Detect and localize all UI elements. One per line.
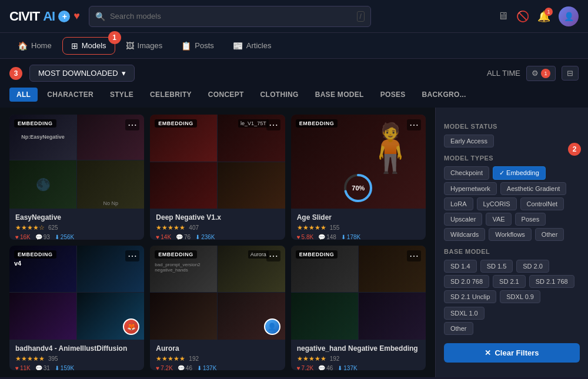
eye-slash-icon[interactable]: 🚫 bbox=[516, 10, 529, 23]
bell-icon[interactable]: 🔔 1 bbox=[537, 10, 550, 23]
filter-panel: 2 Model status Early Access Model types … bbox=[435, 108, 588, 377]
chip-sd21-768[interactable]: SD 2.1 768 bbox=[529, 275, 574, 288]
chip-wildcards[interactable]: Wildcards bbox=[444, 228, 485, 241]
base-model-section-title: Base model bbox=[444, 248, 580, 255]
tab-concept[interactable]: CONCEPT bbox=[201, 88, 251, 102]
chip-hypernetwork[interactable]: Hypernetwork bbox=[444, 182, 497, 195]
chip-sdxl10[interactable]: SDXL 1.0 bbox=[444, 307, 485, 320]
nav-models-label: Models bbox=[82, 41, 106, 50]
chip-other-base[interactable]: Other bbox=[444, 322, 473, 335]
card-easy-negative-rating-count: 625 bbox=[48, 224, 58, 231]
tab-style[interactable]: STYLE bbox=[103, 88, 141, 102]
model-grid: EMBEDDING ⋯ Np:EasyNegative 🌑 No Np Easy… bbox=[0, 108, 435, 377]
filter-icon: ⚙ bbox=[532, 69, 539, 78]
sort-button[interactable]: MOST DOWNLOADED ▾ bbox=[29, 65, 135, 82]
heart-stat-bad: ♥ 11K bbox=[15, 365, 31, 371]
card-age-slider[interactable]: EMBEDDING ⋯ 70% 🧍 Age Slider ★★★★★ 155 bbox=[291, 115, 426, 240]
card-aurora[interactable]: EMBEDDING Aurora ⋯ bad_prompt_version2 n… bbox=[150, 246, 285, 371]
card-easy-negative[interactable]: EMBEDDING ⋯ Np:EasyNegative 🌑 No Np Easy… bbox=[9, 115, 144, 240]
heart-stat-deep: ♥ 14K bbox=[156, 234, 171, 240]
card-easy-negative-stats: ♥ 16K 💬 93 ⬇ 256K bbox=[15, 234, 138, 240]
card-neg-info: negative_hand Negative Embedding ★★★★★ 1… bbox=[291, 340, 426, 371]
chip-vae[interactable]: VAE bbox=[486, 213, 511, 226]
card-options-icon-deep[interactable]: ⋯ bbox=[266, 119, 280, 130]
card-badhand-stats: ♥ 11K 💬 31 ⬇ 159K bbox=[15, 365, 138, 371]
chip-sd21-unclip[interactable]: SD 2.1 Unclip bbox=[444, 290, 496, 303]
sort-label: MOST DOWNLOADED bbox=[38, 69, 118, 78]
base-model-row-2: SD 2.0 768 SD 2.1 SD 2.1 768 bbox=[444, 275, 580, 288]
card-badhand-rating-count: 395 bbox=[48, 355, 58, 362]
chip-embedding[interactable]: ✓ Embedding bbox=[493, 166, 546, 180]
card-options-icon-neg[interactable]: ⋯ bbox=[407, 250, 421, 261]
nav-home[interactable]: 🏠 Home bbox=[9, 38, 60, 54]
card-deep-stars: ★★★★★ bbox=[156, 224, 185, 232]
chip-aesthetic[interactable]: Aesthetic Gradient bbox=[500, 182, 567, 195]
model-types-row-5: Wildcards Workflows Other bbox=[444, 228, 580, 241]
chip-sd14[interactable]: SD 1.4 bbox=[444, 260, 477, 273]
logo-plus-icon[interactable]: + bbox=[58, 11, 70, 22]
card-deep-negative[interactable]: EMBEDDING le_V1_75T ⋯ Deep Negative V1.x… bbox=[150, 115, 285, 240]
chip-lora[interactable]: LoRA bbox=[444, 197, 473, 210]
embedding-badge-age: EMBEDDING bbox=[296, 119, 338, 128]
filter-button[interactable]: ⚙ 1 bbox=[526, 66, 556, 81]
card-options-icon-bad[interactable]: ⋯ bbox=[125, 250, 139, 261]
card-image-grid-deep bbox=[150, 115, 285, 209]
monitor-icon[interactable]: 🖥 bbox=[497, 10, 508, 22]
nav-articles[interactable]: 📰 Articles bbox=[225, 38, 280, 54]
tab-base-model[interactable]: BASE MODEL bbox=[308, 88, 371, 102]
card-easy-negative-title: EasyNegative bbox=[15, 213, 138, 222]
card-deep-negative-image: EMBEDDING le_V1_75T ⋯ bbox=[150, 115, 285, 209]
tab-clothing[interactable]: CLOTHING bbox=[253, 88, 306, 102]
chip-other-types[interactable]: Other bbox=[535, 228, 564, 241]
nav-images[interactable]: 🖼 Images bbox=[118, 38, 171, 54]
annotation-3: 3 bbox=[9, 67, 22, 80]
tab-poses[interactable]: POSES bbox=[373, 88, 413, 102]
logo-heart-icon: ♥ bbox=[74, 10, 79, 22]
comment-stat-neg: 💬 46 bbox=[318, 365, 333, 371]
card-negative-hand[interactable]: EMBEDDING ⋯ negative_hand Negative Embed… bbox=[291, 246, 426, 371]
comment-stat-aurora: 💬 46 bbox=[178, 365, 192, 371]
tab-background[interactable]: BACKGRO... bbox=[415, 88, 473, 102]
search-bar[interactable]: 🔍 / bbox=[89, 6, 371, 27]
card-age-stats: ♥ 5.8K 💬 148 ⬇ 178K bbox=[297, 234, 420, 240]
card-age-stars: ★★★★★ bbox=[297, 224, 326, 232]
card-neg-stats: ♥ 7.2K 💬 46 ⬇ 137K bbox=[297, 365, 420, 371]
card-options-icon-aurora[interactable]: ⋯ bbox=[266, 250, 280, 261]
card-aurora-stats: ♥ 7.2K 💬 46 ⬇ 137K bbox=[156, 365, 279, 371]
chip-controlnet[interactable]: ControlNet bbox=[520, 197, 564, 210]
chip-workflows[interactable]: Workflows bbox=[489, 228, 532, 241]
card-badhand[interactable]: EMBEDDING v4 ⋯ 🦊 badhandv4 - AnimeIllust… bbox=[9, 246, 144, 371]
chip-checkpoint[interactable]: Checkpoint bbox=[444, 166, 489, 180]
logo[interactable]: CIVITAI + ♥ bbox=[9, 9, 79, 24]
chip-poses[interactable]: Poses bbox=[515, 213, 546, 226]
toolbar-right: ALL TIME ⚙ 1 ⊟ bbox=[487, 66, 579, 81]
chip-sd15[interactable]: SD 1.5 bbox=[480, 260, 513, 273]
nav-models[interactable]: ⊞ Models 1 bbox=[62, 37, 115, 55]
clear-icon: ✕ bbox=[485, 348, 491, 357]
chip-sd21[interactable]: SD 2.1 bbox=[493, 275, 526, 288]
embedding-badge-aurora: EMBEDDING bbox=[155, 250, 197, 259]
posts-icon: 📋 bbox=[181, 41, 191, 51]
heart-stat-aurora: ♥ 7.2K bbox=[156, 365, 173, 371]
chip-sdxl09[interactable]: SDXL 0.9 bbox=[500, 290, 540, 303]
chip-lycoris[interactable]: LyCORIS bbox=[477, 197, 517, 210]
early-access-chip[interactable]: Early Access bbox=[444, 135, 494, 147]
chip-sd20-768[interactable]: SD 2.0 768 bbox=[444, 275, 489, 288]
user-avatar[interactable]: 👤 bbox=[559, 6, 579, 26]
card-neg-rating-count: 192 bbox=[330, 355, 340, 362]
layout-toggle[interactable]: ⊟ bbox=[562, 66, 579, 81]
toolbar: 3 MOST DOWNLOADED ▾ ALL TIME ⚙ 1 ⊟ bbox=[0, 59, 588, 88]
chip-upscaler[interactable]: Upscaler bbox=[444, 213, 482, 226]
download-stat: ⬇ 256K bbox=[55, 234, 74, 240]
nav-posts[interactable]: 📋 Posts bbox=[173, 38, 222, 54]
tab-celebrity[interactable]: CELEBRITY bbox=[143, 88, 199, 102]
content-area: EMBEDDING ⋯ Np:EasyNegative 🌑 No Np Easy… bbox=[0, 108, 588, 377]
card-options-icon[interactable]: ⋯ bbox=[125, 119, 139, 130]
clear-filters-button[interactable]: ✕ Clear Filters bbox=[444, 343, 580, 363]
heart-stat-age: ♥ 5.8K bbox=[297, 234, 314, 240]
tab-all[interactable]: ALL bbox=[9, 88, 38, 102]
card-options-icon-age[interactable]: ⋯ bbox=[407, 119, 421, 130]
tab-character[interactable]: CHARACTER bbox=[40, 88, 101, 102]
search-input[interactable] bbox=[110, 12, 352, 21]
chip-sd20[interactable]: SD 2.0 bbox=[516, 260, 549, 273]
